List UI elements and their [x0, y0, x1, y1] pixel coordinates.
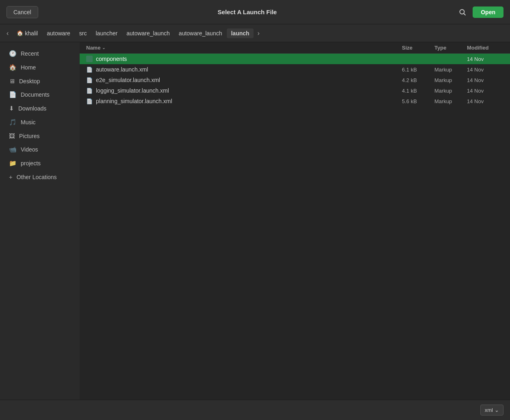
sidebar-item-documents-label: Documents: [21, 91, 50, 98]
sidebar-item-home-label: Home: [21, 64, 36, 71]
sidebar-item-music[interactable]: 🎵 Music: [2, 116, 77, 129]
header-actions: Open: [456, 6, 503, 18]
breadcrumb-back-button[interactable]: ‹: [3, 28, 12, 39]
breadcrumb-khalil[interactable]: 🏠 khalil: [13, 28, 42, 38]
sidebar-item-home[interactable]: 🏠 Home: [2, 61, 77, 74]
sidebar-item-videos[interactable]: 📹 Videos: [2, 143, 77, 156]
file-size-logging: 4.1 kB: [402, 88, 434, 94]
folder-icon: [86, 56, 93, 62]
breadcrumb-launcher-label: launcher: [96, 30, 118, 37]
sidebar-item-pictures[interactable]: 🖼 Pictures: [2, 130, 77, 142]
breadcrumb-src-label: src: [79, 30, 87, 37]
breadcrumb-bar: ‹ 🏠 khalil autoware src launcher autowar…: [0, 24, 510, 42]
filter-dropdown[interactable]: xml ⌄: [480, 405, 503, 416]
filter-dropdown-icon: ⌄: [495, 407, 499, 413]
col-name-label: Name: [86, 45, 100, 51]
recent-icon: 🕐: [9, 50, 17, 57]
breadcrumb-khalil-label: khalil: [25, 30, 38, 37]
desktop-icon: 🖥: [9, 78, 15, 84]
file-modified-e2e: 14 Nov: [467, 77, 503, 83]
title-bar: Cancel Select A Launch File Open: [0, 0, 510, 24]
svg-line-1: [464, 13, 466, 15]
file-name-components: components: [86, 56, 402, 62]
sidebar: 🕐 Recent 🏠 Home 🖥 Desktop 📄 Documents ⬇ …: [0, 42, 80, 400]
breadcrumb-forward-button[interactable]: ›: [254, 28, 263, 39]
breadcrumb-autoware-launch2[interactable]: autoware_launch: [175, 28, 226, 38]
breadcrumb-autoware-label: autoware: [47, 30, 70, 37]
file-name-planning: 📄 planning_simulator.launch.xml: [86, 98, 402, 104]
sidebar-item-pictures-label: Pictures: [19, 133, 40, 139]
sidebar-item-recent-label: Recent: [21, 50, 39, 57]
table-row[interactable]: 📄 autoware.launch.xml 6.1 kB Markup 14 N…: [80, 64, 510, 75]
cancel-button[interactable]: Cancel: [7, 6, 38, 18]
bottom-bar: xml ⌄: [0, 400, 510, 420]
downloads-icon: ⬇: [9, 105, 14, 112]
music-icon: 🎵: [9, 119, 17, 126]
col-modified-label: Modified: [467, 45, 488, 51]
file-doc-icon: 📄: [86, 98, 93, 104]
sidebar-item-projects-label: projects: [21, 160, 41, 167]
videos-icon: 📹: [9, 146, 17, 153]
file-name-logging: 📄 logging_simulator.launch.xml: [86, 87, 402, 94]
file-doc-icon: 📄: [86, 88, 93, 94]
sidebar-item-other-locations[interactable]: + Other Locations: [2, 171, 77, 183]
file-modified-logging: 14 Nov: [467, 88, 503, 94]
search-icon: [459, 9, 466, 16]
pictures-icon: 🖼: [9, 132, 15, 139]
breadcrumb-launch-label: launch: [231, 30, 249, 37]
table-row[interactable]: components 14 Nov: [80, 54, 510, 64]
sidebar-item-downloads[interactable]: ⬇ Downloads: [2, 102, 77, 115]
breadcrumb-autoware-launch1-label: autoware_launch: [126, 30, 170, 37]
file-type-e2e: Markup: [434, 77, 467, 83]
col-header-modified[interactable]: Modified: [467, 45, 503, 51]
other-locations-icon: +: [9, 173, 13, 180]
file-label-planning: planning_simulator.launch.xml: [96, 98, 172, 104]
col-header-type[interactable]: Type: [434, 45, 467, 51]
file-doc-icon: 📄: [86, 77, 93, 83]
breadcrumb-src[interactable]: src: [75, 28, 91, 38]
file-modified-autoware-launch: 14 Nov: [467, 67, 503, 73]
file-type-logging: Markup: [434, 88, 467, 94]
file-modified-planning: 14 Nov: [467, 98, 503, 104]
home-sidebar-icon: 🏠: [9, 64, 17, 71]
dialog-title: Select A Launch File: [218, 9, 277, 15]
file-doc-icon: 📄: [86, 67, 93, 73]
breadcrumb-autoware-launch2-label: autoware_launch: [179, 30, 222, 37]
svg-point-0: [460, 9, 464, 14]
file-label-logging: logging_simulator.launch.xml: [96, 87, 169, 94]
file-modified-components: 14 Nov: [467, 56, 503, 62]
file-type-autoware-launch: Markup: [434, 67, 467, 73]
sidebar-item-projects[interactable]: 📁 projects: [2, 157, 77, 170]
col-header-name[interactable]: Name ⌄: [86, 45, 402, 51]
breadcrumb-autoware[interactable]: autoware: [43, 28, 74, 38]
file-area: Name ⌄ Size Type Modified components: [80, 42, 510, 400]
search-button[interactable]: [456, 6, 469, 18]
sidebar-item-music-label: Music: [21, 119, 36, 126]
sort-icon: ⌄: [102, 45, 105, 50]
projects-icon: 📁: [9, 160, 17, 167]
open-button[interactable]: Open: [473, 6, 503, 18]
col-type-label: Type: [434, 45, 446, 51]
sidebar-item-other-locations-label: Other Locations: [17, 174, 57, 180]
table-row[interactable]: 📄 planning_simulator.launch.xml 5.6 kB M…: [80, 96, 510, 106]
col-size-label: Size: [402, 45, 412, 51]
sidebar-item-recent[interactable]: 🕐 Recent: [2, 47, 77, 60]
col-header-size[interactable]: Size: [402, 45, 434, 51]
filter-label: xml: [485, 407, 493, 413]
breadcrumb-launch[interactable]: launch: [227, 28, 253, 38]
breadcrumb-launcher[interactable]: launcher: [92, 28, 122, 38]
sidebar-item-desktop[interactable]: 🖥 Desktop: [2, 75, 77, 87]
table-row[interactable]: 📄 e2e_simulator.launch.xml 4.2 kB Markup…: [80, 75, 510, 85]
sidebar-item-documents[interactable]: 📄 Documents: [2, 88, 77, 101]
breadcrumb-autoware-launch1[interactable]: autoware_launch: [122, 28, 174, 38]
file-size-autoware-launch: 6.1 kB: [402, 67, 434, 73]
file-label-components: components: [96, 56, 127, 62]
file-name-e2e: 📄 e2e_simulator.launch.xml: [86, 77, 402, 83]
sidebar-item-downloads-label: Downloads: [18, 105, 46, 112]
documents-icon: 📄: [9, 91, 17, 98]
file-type-planning: Markup: [434, 98, 467, 104]
file-label-autoware-launch: autoware.launch.xml: [96, 66, 148, 73]
home-icon: 🏠: [17, 30, 23, 36]
table-row[interactable]: 📄 logging_simulator.launch.xml 4.1 kB Ma…: [80, 85, 510, 96]
file-label-e2e: e2e_simulator.launch.xml: [96, 77, 160, 83]
